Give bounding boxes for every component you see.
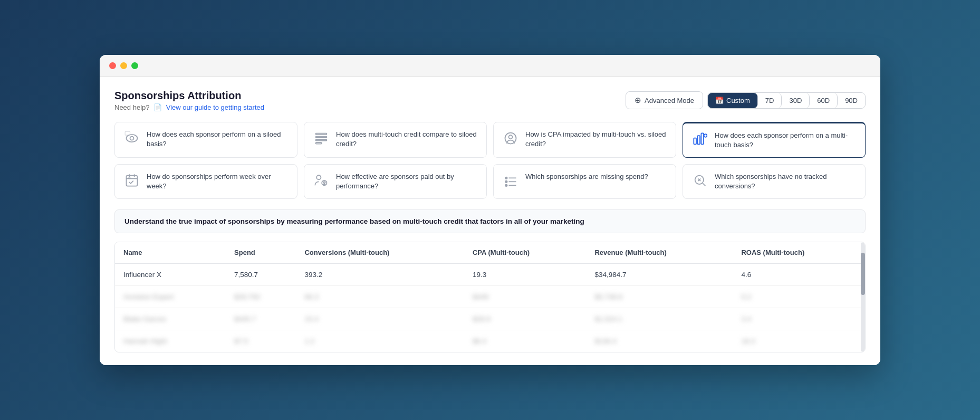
svg-rect-5 (316, 139, 327, 140)
cell-revenue: $1,524.1 (586, 308, 733, 330)
cell-roas: 18.3 (733, 330, 865, 352)
cell-name: Anniston Espert (115, 286, 226, 308)
cell-roas: 3.4 (733, 308, 865, 330)
person-dollar-icon (313, 172, 330, 189)
question-grid: How does each sponsor perform on a siloe… (114, 122, 866, 199)
main-window: Sponsorships Attribution Need help? 📄 Vi… (100, 55, 880, 366)
cell-cpa: $449 (464, 286, 587, 308)
svg-rect-13 (127, 176, 138, 186)
question-card-q4[interactable]: How does each sponsor perform on a multi… (683, 122, 866, 158)
svg-point-21 (505, 177, 507, 179)
svg-point-17 (128, 177, 131, 179)
cell-conversions: 393.2 (296, 263, 464, 286)
data-table-wrapper: Name Spend Conversions (Multi-touch) CPA… (114, 242, 866, 352)
cell-cpa: $6.4 (464, 330, 587, 352)
question-card-q7[interactable]: Which sponsorships are missing spend? (493, 164, 676, 199)
cell-spend: $7.5 (226, 330, 296, 352)
cell-conversions: 66.3 (296, 286, 464, 308)
svg-rect-6 (316, 142, 322, 144)
maximize-dot[interactable] (131, 62, 138, 69)
90d-button[interactable]: 90D (838, 93, 865, 108)
svg-rect-11 (701, 133, 704, 144)
question-text-q7: Which sponsorships are missing spend? (525, 172, 648, 182)
table-header-row: Name Spend Conversions (Multi-touch) CPA… (115, 242, 865, 263)
page-title: Sponsorships Attribution (114, 90, 264, 102)
svg-point-19 (316, 175, 321, 179)
col-roas[interactable]: ROAS (Multi-touch) (733, 242, 865, 263)
svg-rect-3 (316, 133, 327, 134)
eye-icon (123, 130, 140, 147)
calendar-check-icon (123, 172, 140, 189)
question-card-q5[interactable]: How do sponsorships perform week over we… (114, 164, 297, 199)
cell-spend: $29,750 (226, 286, 296, 308)
question-text-q1: How does each sponsor perform on a siloe… (147, 130, 289, 149)
header-row: Sponsorships Attribution Need help? 📄 Vi… (114, 90, 866, 111)
col-spend[interactable]: Spend (226, 242, 296, 263)
question-card-q1[interactable]: How does each sponsor perform on a siloe… (114, 122, 297, 158)
svg-point-23 (505, 185, 507, 187)
question-text-q5: How do sponsorships perform week over we… (147, 172, 289, 191)
question-text-q2: How does multi-touch credit compare to s… (336, 130, 478, 149)
table-row: Blake Garces $445.7 15.4 $28.9 $1,524.1 … (115, 308, 865, 330)
list-icon (313, 130, 330, 147)
60d-button[interactable]: 60D (810, 93, 838, 108)
30d-button[interactable]: 30D (782, 93, 810, 108)
title-bar (100, 55, 880, 77)
table-row: Influencer X 7,580.7 393.2 19.3 $34,984.… (115, 263, 865, 286)
svg-rect-9 (694, 138, 696, 144)
question-card-q6[interactable]: How effective are sponsors paid out by p… (304, 164, 487, 199)
cell-cpa: $28.9 (464, 308, 587, 330)
cell-roas: 0.2 (733, 286, 865, 308)
help-text: Need help? 📄 View our guide to getting s… (114, 103, 264, 111)
question-card-q3[interactable]: How is CPA impacted by multi-touch vs. s… (493, 122, 676, 158)
cell-roas: 4.6 (733, 263, 865, 286)
list-bullet-icon (502, 172, 519, 189)
cell-name: Blake Garces (115, 308, 226, 330)
question-text-q6: How effective are sponsors paid out by p… (336, 172, 478, 191)
table-row: Anniston Espert $29,750 66.3 $449 $5,738… (115, 286, 865, 308)
custom-date-button[interactable]: 📅 Custom (708, 93, 758, 108)
insight-bar: Understand the true impact of sponsorshi… (114, 209, 866, 233)
col-name[interactable]: Name (115, 242, 226, 263)
search-x-icon (691, 172, 708, 189)
link-icon: ⊕ (635, 96, 641, 105)
question-card-q2[interactable]: How does multi-touch credit compare to s… (304, 122, 487, 158)
scrollbar-thumb[interactable] (861, 253, 865, 295)
7d-button[interactable]: 7D (758, 93, 782, 108)
advanced-mode-button[interactable]: ⊕ Advanced Mode (626, 91, 703, 109)
users-circle-icon (502, 130, 519, 147)
col-cpa[interactable]: CPA (Multi-touch) (464, 242, 587, 263)
cell-name: Hannah Hight (115, 330, 226, 352)
data-table: Name Spend Conversions (Multi-touch) CPA… (115, 242, 865, 352)
col-revenue[interactable]: Revenue (Multi-touch) (586, 242, 733, 263)
insight-text: Understand the true impact of sponsorshi… (124, 217, 856, 225)
svg-point-1 (130, 136, 134, 140)
svg-rect-10 (697, 136, 700, 144)
question-card-q8[interactable]: Which sponsorships have no tracked conve… (683, 164, 866, 199)
scrollbar[interactable] (861, 242, 865, 352)
calendar-icon: 📅 (715, 97, 724, 104)
svg-point-0 (127, 135, 138, 142)
app-content: Sponsorships Attribution Need help? 📄 Vi… (100, 77, 880, 366)
svg-line-28 (703, 183, 705, 186)
svg-point-8 (509, 135, 513, 139)
minimize-dot[interactable] (120, 62, 127, 69)
question-text-q8: Which sponsorships have no tracked conve… (715, 172, 857, 191)
chart-user-icon (691, 131, 708, 148)
cell-name: Influencer X (115, 263, 226, 286)
svg-rect-4 (316, 136, 327, 137)
table-row: Hannah Hight $7.5 1.2 $6.4 $136.4 18.3 (115, 330, 865, 352)
guide-link[interactable]: View our guide to getting started (166, 103, 264, 111)
question-text-q3: How is CPA impacted by multi-touch vs. s… (525, 130, 667, 149)
header-left: Sponsorships Attribution Need help? 📄 Vi… (114, 90, 264, 111)
svg-point-12 (704, 134, 707, 137)
cell-revenue: $136.4 (586, 330, 733, 352)
cell-conversions: 1.2 (296, 330, 464, 352)
svg-point-22 (505, 181, 507, 183)
date-button-group: 📅 Custom 7D 30D 60D 90D (707, 92, 866, 109)
cell-revenue: $34,984.7 (586, 263, 733, 286)
cell-cpa: 19.3 (464, 263, 587, 286)
col-conversions[interactable]: Conversions (Multi-touch) (296, 242, 464, 263)
question-text-q4: How does each sponsor perform on a multi… (715, 131, 857, 150)
close-dot[interactable] (109, 62, 116, 69)
